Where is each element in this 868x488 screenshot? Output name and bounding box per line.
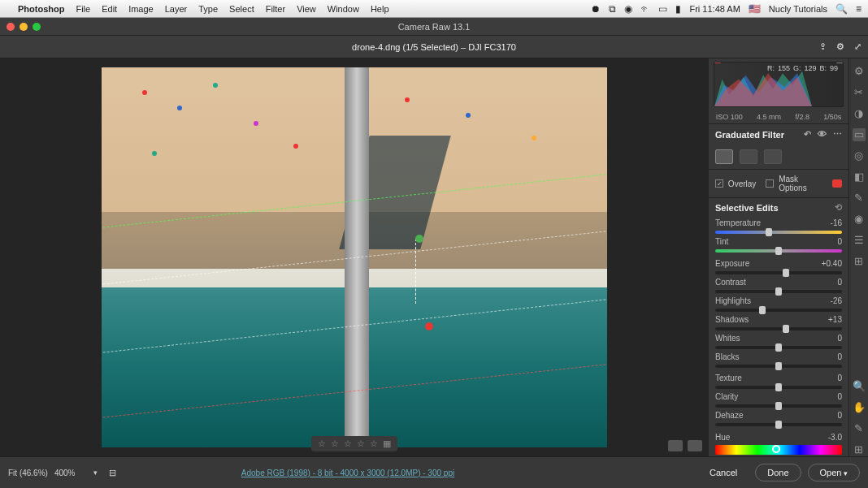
more-icon[interactable]: ⋯	[833, 129, 842, 140]
undo-icon[interactable]: ↶	[804, 129, 811, 140]
screenrec-icon[interactable]: ⏺	[591, 3, 601, 15]
menu-window[interactable]: Window	[328, 4, 359, 14]
document-header: drone-4.dng (1/5 Selected) – DJI FC3170 …	[0, 36, 868, 58]
overlay-checkbox[interactable]	[715, 179, 723, 188]
menu-layer[interactable]: Layer	[165, 4, 188, 14]
temperature-slider[interactable]	[715, 231, 842, 234]
tint-slider[interactable]	[715, 249, 842, 253]
reject-flag[interactable]: ▦	[383, 438, 391, 449]
screenshot-icon[interactable]: ⧉	[609, 3, 616, 15]
brush-icon[interactable]: ✎	[853, 192, 866, 205]
zoom-window[interactable]	[33, 23, 41, 31]
brush-tool[interactable]	[740, 149, 757, 164]
dehaze-slider[interactable]	[715, 423, 842, 426]
reset-icon[interactable]: ⟲	[835, 202, 842, 213]
mask-label: Mask Options	[779, 175, 827, 192]
menu-type[interactable]: Type	[198, 4, 218, 14]
highlights-slider[interactable]	[715, 309, 842, 312]
redeye-icon[interactable]: ◉	[853, 213, 866, 226]
star-4[interactable]: ☆	[357, 438, 365, 449]
menu-view[interactable]: View	[297, 4, 316, 14]
eye-tool-icon[interactable]: ▭	[853, 128, 866, 141]
app-name[interactable]: Photoshop	[18, 4, 64, 14]
blacks-value[interactable]: 0	[837, 352, 842, 361]
blacks-slider[interactable]	[715, 365, 842, 368]
star-1[interactable]: ☆	[318, 438, 326, 449]
crop-icon[interactable]: ✂	[853, 86, 866, 99]
canvas-area[interactable]: ☆ ☆ ☆ ☆ ☆ ▦	[0, 58, 709, 456]
whites-slider[interactable]	[715, 346, 842, 349]
histogram[interactable]: R:155 G:129 B:99	[714, 62, 844, 107]
hand-icon[interactable]: ✋	[853, 401, 866, 414]
shadows-slider[interactable]	[715, 327, 842, 330]
sampler-icon[interactable]: ✎	[853, 422, 866, 435]
gradient-icon[interactable]: ◧	[853, 171, 866, 184]
snapshot-icon[interactable]: ☰	[853, 234, 866, 247]
eraser-tool[interactable]	[764, 149, 782, 164]
filmstrip-icon[interactable]: ⊟	[109, 468, 116, 478]
gradient-tool[interactable]	[715, 149, 733, 164]
color-profile-link[interactable]: Adobe RGB (1998) - 8 bit - 4000 x 3000 (…	[241, 469, 454, 477]
star-5[interactable]: ☆	[370, 438, 378, 449]
edit-icon[interactable]: ⚙	[853, 65, 866, 78]
hue-slider[interactable]	[715, 445, 842, 455]
menu-file[interactable]: File	[76, 4, 90, 14]
gradient-start-handle[interactable]	[415, 235, 423, 243]
whites-value[interactable]: 0	[837, 334, 842, 343]
flag-icon[interactable]: 🇺🇸	[749, 3, 761, 15]
gradient-end-handle[interactable]	[425, 322, 433, 330]
exposure-value[interactable]: +0.40	[822, 259, 842, 268]
zoom-fit[interactable]: Fit (46.6%)	[8, 469, 48, 477]
preset-icon[interactable]: ⊞	[853, 255, 866, 268]
clarity-value[interactable]: 0	[837, 392, 842, 401]
temperature-value[interactable]: -16	[831, 218, 842, 227]
zoom-input[interactable]	[54, 469, 87, 477]
zoom-dropdown-icon[interactable]: ▾	[93, 469, 98, 477]
zoom-icon[interactable]: 🔍	[853, 380, 866, 393]
menu-select[interactable]: Select	[229, 4, 254, 14]
texture-slider[interactable]	[715, 386, 842, 389]
contrast-slider[interactable]	[715, 290, 842, 293]
clarity-slider[interactable]	[715, 404, 842, 408]
exposure-slider[interactable]	[715, 271, 842, 274]
hue-value[interactable]: -3.0	[828, 433, 842, 442]
highlights-value[interactable]: -26	[831, 296, 842, 305]
selective-edits-header[interactable]: Selective Edits ⟲	[709, 197, 848, 217]
menu-filter[interactable]: Filter	[266, 4, 285, 14]
open-button[interactable]: Open	[808, 464, 860, 482]
contrast-value[interactable]: 0	[837, 278, 842, 287]
star-3[interactable]: ☆	[344, 438, 352, 449]
display-icon[interactable]: ▭	[658, 3, 667, 15]
menubar-user[interactable]: Nucly Tutorials	[769, 4, 827, 14]
heal-icon[interactable]: ◑	[853, 107, 866, 120]
texture-value[interactable]: 0	[837, 374, 842, 382]
dehaze-value[interactable]: 0	[837, 411, 842, 420]
image-canvas[interactable]	[102, 67, 607, 447]
wifi-icon[interactable]: ᯤ	[640, 3, 650, 15]
settings-icon[interactable]: ⚙	[836, 41, 844, 52]
menu-image[interactable]: Image	[128, 4, 154, 14]
mask-checkbox[interactable]	[766, 179, 774, 188]
control-center-icon[interactable]: ≡	[856, 3, 861, 15]
menu-help[interactable]: Help	[371, 4, 389, 14]
close-window[interactable]	[7, 23, 15, 31]
menubar-clock[interactable]: Fri 11:48 AM	[689, 4, 740, 14]
done-button[interactable]: Done	[755, 464, 801, 482]
tint-value[interactable]: 0	[837, 237, 842, 246]
fullscreen-icon[interactable]: ⤢	[854, 41, 861, 52]
minimize-window[interactable]	[20, 23, 28, 31]
spotlight-icon[interactable]: 🔍	[835, 3, 848, 15]
preview-icon[interactable]: 👁	[818, 129, 827, 140]
share-icon[interactable]: ⇪	[819, 41, 827, 52]
mask-color-swatch[interactable]	[832, 179, 842, 188]
shadows-value[interactable]: +13	[828, 315, 842, 324]
compare-view-icon[interactable]	[688, 440, 702, 451]
single-view-icon[interactable]	[668, 440, 683, 451]
cancel-button[interactable]: Cancel	[698, 464, 749, 481]
menu-edit[interactable]: Edit	[102, 4, 117, 14]
cc-icon[interactable]: ◉	[624, 3, 632, 15]
battery-icon[interactable]: ▮	[675, 3, 681, 15]
star-2[interactable]: ☆	[331, 438, 339, 449]
radial-icon[interactable]: ◎	[853, 149, 866, 162]
grid-icon[interactable]: ⊞	[853, 443, 866, 456]
